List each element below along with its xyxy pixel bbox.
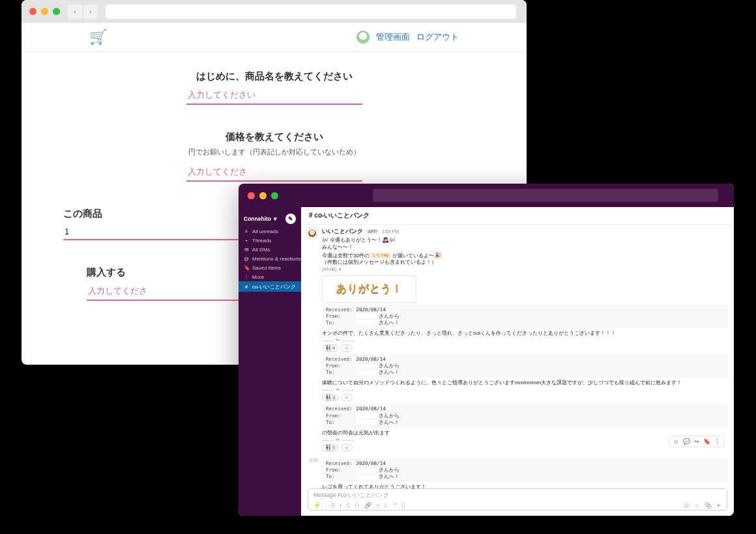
emoji-icon: 🎉 — [434, 252, 441, 259]
mention-icon[interactable]: @ — [684, 502, 690, 509]
message-line: 🎶 今週もありがとう〜！🙇‍♀️🎶 — [322, 236, 729, 244]
window-minimize-button[interactable] — [41, 8, 48, 15]
reaction-chip[interactable]: 👫 5 — [322, 444, 338, 451]
add-reaction-button[interactable]: ☺ — [341, 394, 353, 401]
strike-icon[interactable]: S — [346, 502, 350, 509]
separator: ----- ✂ ----- — [322, 387, 729, 393]
form-block-name: はじめに、商品名を教えてください 入力してください — [63, 70, 485, 105]
price-input[interactable]: 入力してくださ — [186, 163, 362, 182]
more-icon: ⋮ — [244, 274, 249, 280]
reaction-bar: 👫 3 ☺ — [322, 394, 729, 401]
emoji-icon: 🙇‍♀️ — [382, 236, 389, 243]
product-name-input[interactable]: 入力してください — [186, 87, 362, 105]
bold-icon[interactable]: B — [331, 502, 335, 509]
composer-toolbar: ⚡ | B I S ⟨⟩ 🔗 ≡ 1. ❝ {} @ ☺ — [313, 502, 721, 509]
user-avatar-icon[interactable] — [356, 31, 370, 44]
reaction-icon[interactable]: ☺ — [673, 438, 679, 445]
bookmark-icon: 🔖 — [244, 265, 249, 271]
slack-titlebar — [239, 184, 734, 207]
bot-avatar-icon[interactable] — [306, 227, 318, 239]
italic-icon[interactable]: I — [340, 502, 342, 509]
cart-icon: 🛒 — [89, 29, 107, 46]
workspace-switcher[interactable]: Connehito ▾ ✎ — [239, 211, 301, 227]
form-sublabel: 円でお願いします（円表記しか対応していないため） — [63, 147, 485, 157]
window-minimize-button[interactable] — [259, 192, 267, 199]
message-line: （件数には個別メッセージも含まれているよ！） — [322, 259, 729, 266]
qty-input[interactable]: 1 — [63, 224, 239, 240]
dm-icon: ✉ — [244, 247, 249, 253]
attachment-image[interactable]: ありがとう！ — [322, 275, 416, 303]
sidebar-channel-selected[interactable]: #co-いいことバンク — [239, 281, 301, 292]
logout-link[interactable]: ログアウト — [416, 31, 459, 43]
slack-body: Connehito ▾ ✎ ≡All unreads ⌁Threads ✉All… — [239, 207, 734, 516]
compose-button[interactable]: ✎ — [285, 214, 296, 224]
quote-icon[interactable]: ❝ — [394, 502, 397, 509]
link-icon[interactable]: 🔗 — [364, 502, 371, 509]
slack-search-input[interactable] — [373, 189, 718, 202]
sidebar-item-all-dms[interactable]: ✉All DMs — [239, 245, 301, 254]
buy-input[interactable]: 入力してくださ — [87, 283, 263, 301]
attach-icon[interactable]: 📎 — [705, 502, 712, 509]
form-block-price: 価格を教えてください 円でお願いします（円表記しか対応していないため） 入力して… — [63, 131, 485, 182]
reaction-bar: 👫 5 ☺ — [322, 444, 729, 451]
window-close-button[interactable] — [29, 8, 36, 15]
sidebar-item-all-unreads[interactable]: ≡All unreads — [239, 227, 301, 236]
app-badge: APP — [366, 229, 379, 234]
code-icon[interactable]: ⟨⟩ — [355, 502, 360, 509]
admin-link[interactable]: 管理画面 — [376, 31, 410, 43]
numbered-list-icon[interactable]: 1. — [384, 502, 389, 509]
message: 3:59 Received: 2020/08/14 From: さんから To:… — [306, 457, 729, 488]
list-icon: ≡ — [244, 229, 249, 234]
thread-icon: ⌁ — [244, 238, 249, 244]
reaction-chip[interactable]: 👫 3 — [322, 394, 338, 401]
slack-window: Connehito ▾ ✎ ≡All unreads ⌁Threads ✉All… — [239, 184, 734, 516]
bookmark-icon[interactable]: 🔖 — [703, 438, 710, 445]
window-maximize-button[interactable] — [53, 8, 60, 15]
workspace-name: Connehito — [244, 216, 271, 222]
add-reaction-button[interactable]: ☺ — [341, 344, 353, 352]
window-close-button[interactable] — [248, 192, 255, 199]
sidebar-item-mentions[interactable]: @Mentions & reactions — [239, 254, 301, 263]
lightning-icon[interactable]: ⚡ — [313, 502, 321, 509]
thread-icon[interactable]: 💬 — [683, 438, 690, 445]
emoji-icon[interactable]: ☺ — [694, 502, 700, 509]
more-icon[interactable]: ⋮ — [714, 438, 720, 445]
hash-icon: # — [244, 284, 249, 290]
add-reaction-button[interactable]: ☺ — [341, 444, 353, 451]
at-icon: @ — [244, 256, 249, 262]
slack-main: # co-いいことバンク いいことバンク APP 3:59 PM 🎶 今週もあり… — [301, 207, 734, 516]
reaction-chip[interactable]: 👫 4 — [322, 344, 338, 352]
window-maximize-button[interactable] — [271, 192, 278, 199]
list-icon[interactable]: ≡ — [376, 502, 379, 509]
message-text: の朝会の司会は元気が出ます — [322, 429, 729, 436]
message-composer[interactable]: Message #co-いいことバンク ⚡ | B I S ⟨⟩ 🔗 ≡ 1. … — [308, 488, 727, 511]
message-author[interactable]: いいことバンク — [322, 227, 363, 236]
composer-placeholder: Message #co-いいことバンク — [313, 492, 721, 499]
message-header: いいことバンク APP 3:59 PM — [322, 227, 729, 236]
header-right: 管理画面 ログアウト — [356, 31, 459, 44]
channel-header[interactable]: # co-いいことバンク — [301, 207, 734, 225]
message-line: みんな〜〜！ — [322, 244, 729, 251]
codeblock-icon[interactable]: {} — [401, 502, 405, 509]
message-time: 3:59 PM — [382, 229, 399, 234]
sidebar-item-saved[interactable]: 🔖Saved items — [239, 263, 301, 272]
address-bar[interactable] — [106, 5, 516, 19]
message-text: レゴを買ってくれてありがとうございます！ — [322, 483, 729, 488]
nav-forward-button[interactable]: › — [83, 5, 98, 19]
separator: ----- ✂ ----- — [322, 437, 729, 443]
sidebar-item-threads[interactable]: ⌁Threads — [239, 236, 301, 245]
chevron-down-icon[interactable]: ▾ — [339, 267, 342, 272]
message-text: オンボの件で、たくさん意見くださったり、さっと現れ、さっとbotくんを作ってくだ… — [322, 330, 729, 337]
chevron-down-icon: ▾ — [274, 216, 277, 222]
sidebar-item-more[interactable]: ⋮More — [239, 272, 301, 281]
share-icon[interactable]: ↪ — [694, 438, 699, 445]
inline-tag: いい! ky — [371, 253, 390, 259]
traffic-lights — [29, 8, 60, 15]
message-line: 今週は全部で30件の いい! ky が届いているよ〜🎉 — [322, 251, 729, 260]
slack-sidebar: Connehito ▾ ✎ ≡All unreads ⌁Threads ✉All… — [239, 207, 301, 516]
send-icon[interactable]: ➤ — [716, 502, 721, 509]
browser-titlebar: ‹ › — [22, 0, 527, 23]
composer-wrap: Message #co-いいことバンク ⚡ | B I S ⟨⟩ 🔗 ≡ 1. … — [301, 488, 734, 516]
nav-back-button[interactable]: ‹ — [68, 5, 82, 19]
nav-arrows: ‹ › — [68, 5, 98, 19]
